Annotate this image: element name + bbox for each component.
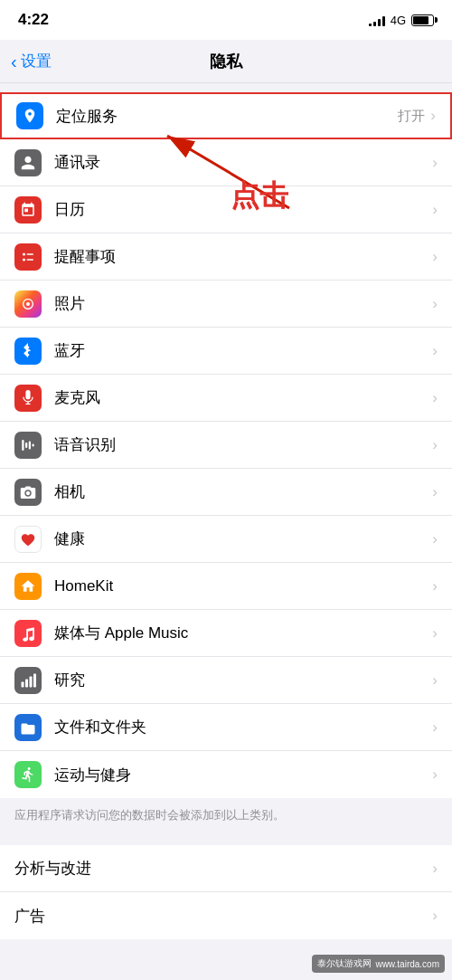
location-services-item[interactable]: 定位服务 打开 › [0,92,452,139]
bar4 [382,16,385,26]
analytics-label: 分析与改进 [14,858,432,879]
files-icon [14,714,42,741]
photos-item[interactable]: 照片 › [0,281,452,328]
signal-bars-icon [369,14,385,26]
camera-chevron-icon: › [432,483,438,501]
svg-point-1 [23,258,25,261]
svg-rect-12 [22,681,24,687]
nav-bar: ‹ 设置 隐私 [0,40,452,83]
research-chevron-icon: › [432,671,438,690]
analytics-section: 分析与改进 › 广告 › [0,845,452,939]
contacts-label: 通讯录 [54,152,432,173]
motion-item[interactable]: 运动与健身 › [0,751,452,798]
advertising-label: 广告 [14,906,432,927]
watermark-url: www.tairda.com [375,959,439,969]
bar1 [369,24,372,26]
signal-label: 4G [391,14,406,27]
watermark: 泰尔钛游戏网 www.tairda.com [312,955,445,973]
bluetooth-label: 蓝牙 [54,340,432,361]
reminders-icon [14,243,42,271]
photos-label: 照片 [54,293,432,314]
bar2 [373,22,376,26]
calendar-icon [14,196,42,224]
status-time: 4:22 [18,11,49,29]
apple-music-label: 媒体与 Apple Music [54,623,432,643]
section-gap-2 [0,838,452,845]
photos-icon [14,290,42,318]
motion-label: 运动与健身 [54,765,432,785]
homekit-chevron-icon: › [432,577,438,595]
svg-rect-9 [25,442,27,448]
svg-rect-14 [30,676,33,687]
contacts-item[interactable]: 通讯录 › [0,139,452,186]
homekit-label: HomeKit [54,577,432,595]
files-chevron-icon: › [432,718,438,737]
svg-rect-8 [22,440,24,451]
nav-back-button[interactable]: ‹ 设置 [11,51,52,71]
apple-music-chevron-icon: › [432,624,438,642]
bluetooth-item[interactable]: 蓝牙 › [0,328,452,375]
analytics-item[interactable]: 分析与改进 › [0,845,452,892]
svg-rect-13 [25,679,28,687]
svg-point-4 [26,302,30,306]
homekit-item[interactable]: HomeKit › [0,563,452,610]
camera-icon [14,479,42,506]
svg-rect-15 [33,673,36,687]
advertising-item[interactable]: 广告 › [0,892,452,939]
location-icon [16,102,43,129]
reminders-item[interactable]: 提醒事项 › [0,233,452,281]
contacts-icon [14,149,42,176]
svg-rect-5 [25,390,30,399]
speech-icon [14,432,42,459]
first-section-gap [0,83,452,92]
motion-icon [14,761,42,788]
microphone-chevron-icon: › [432,389,438,407]
speech-chevron-icon: › [432,436,438,454]
battery-icon [411,14,434,26]
svg-rect-10 [29,441,31,449]
speech-item[interactable]: 语音识别 › [0,422,452,469]
bluetooth-chevron-icon: › [432,342,438,360]
watermark-logo: 泰尔钛游戏网 [317,957,372,970]
files-item[interactable]: 文件和文件夹 › [0,704,452,751]
chevron-left-icon: ‹ [11,52,17,71]
svg-rect-11 [33,443,34,446]
battery-fill [413,16,428,24]
microphone-icon [14,385,42,412]
main-section: 定位服务 打开 › 通讯录 › 日历 › 提醒事项 [0,92,452,798]
analytics-chevron-icon: › [432,860,438,878]
camera-item[interactable]: 相机 › [0,469,452,516]
reminders-label: 提醒事项 [54,246,432,267]
nav-back-label: 设置 [21,51,52,71]
location-chevron-icon: › [430,107,436,125]
photos-chevron-icon: › [432,295,438,313]
research-item[interactable]: 研究 › [0,657,452,704]
microphone-item[interactable]: 麦克风 › [0,375,452,422]
research-label: 研究 [54,670,432,690]
homekit-icon [14,573,42,600]
status-bar: 4:22 4G [0,0,452,40]
footer-note: 应用程序请求访问您的数据时会被添加到以上类别。 [0,798,452,838]
location-value: 打开 [398,108,425,125]
calendar-item[interactable]: 日历 › [0,186,452,233]
reminders-chevron-icon: › [432,248,438,266]
bar3 [378,19,381,26]
bluetooth-icon [14,338,42,365]
health-item[interactable]: 健康 › [0,516,452,563]
advertising-chevron-icon: › [432,907,438,925]
health-label: 健康 [54,528,432,549]
speech-label: 语音识别 [54,434,432,455]
svg-rect-2 [27,253,34,255]
status-icons: 4G [369,14,434,27]
files-label: 文件和文件夹 [54,717,432,737]
page-title: 隐私 [210,51,242,72]
motion-chevron-icon: › [432,766,438,784]
apple-music-item[interactable]: 媒体与 Apple Music › [0,610,452,657]
health-icon [14,526,42,553]
camera-label: 相机 [54,481,432,502]
health-chevron-icon: › [432,530,438,548]
svg-rect-3 [27,259,34,261]
contacts-chevron-icon: › [432,154,438,172]
calendar-label: 日历 [54,199,432,220]
research-icon [14,667,42,694]
